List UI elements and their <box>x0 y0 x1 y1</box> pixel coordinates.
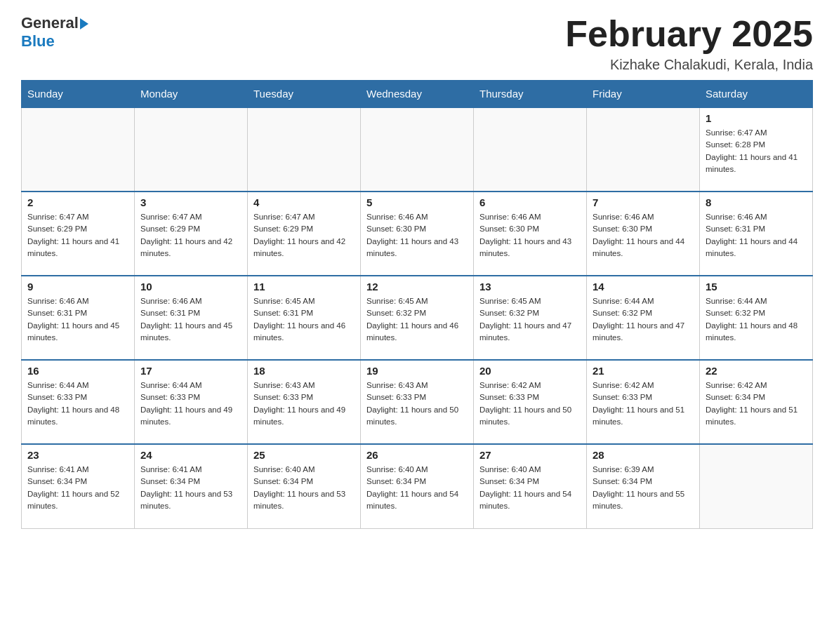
day-info: Sunrise: 6:44 AMSunset: 6:33 PMDaylight:… <box>140 380 241 428</box>
calendar-cell: 11Sunrise: 6:45 AMSunset: 6:31 PMDayligh… <box>248 276 361 360</box>
day-info: Sunrise: 6:46 AMSunset: 6:31 PMDaylight:… <box>706 211 807 260</box>
day-number: 9 <box>27 281 128 293</box>
calendar-table: SundayMondayTuesdayWednesdayThursdayFrid… <box>21 80 813 529</box>
calendar-cell: 9Sunrise: 6:46 AMSunset: 6:31 PMDaylight… <box>22 276 135 360</box>
weekday-header-row: SundayMondayTuesdayWednesdayThursdayFrid… <box>22 81 813 108</box>
day-number: 15 <box>706 281 807 293</box>
day-info: Sunrise: 6:46 AMSunset: 6:30 PMDaylight:… <box>593 211 694 260</box>
calendar-cell: 27Sunrise: 6:40 AMSunset: 6:34 PMDayligh… <box>474 444 587 528</box>
day-info: Sunrise: 6:43 AMSunset: 6:33 PMDaylight:… <box>253 380 355 428</box>
day-number: 26 <box>366 449 468 461</box>
day-info: Sunrise: 6:41 AMSunset: 6:34 PMDaylight:… <box>140 464 241 512</box>
calendar-cell: 17Sunrise: 6:44 AMSunset: 6:33 PMDayligh… <box>135 360 248 444</box>
day-info: Sunrise: 6:47 AMSunset: 6:29 PMDaylight:… <box>27 211 128 260</box>
day-number: 20 <box>479 365 581 377</box>
calendar-cell: 16Sunrise: 6:44 AMSunset: 6:33 PMDayligh… <box>22 360 135 444</box>
calendar-cell <box>474 107 587 192</box>
day-info: Sunrise: 6:43 AMSunset: 6:33 PMDaylight:… <box>366 380 468 428</box>
calendar-week-row: 9Sunrise: 6:46 AMSunset: 6:31 PMDaylight… <box>22 276 813 360</box>
calendar-cell: 13Sunrise: 6:45 AMSunset: 6:32 PMDayligh… <box>474 276 587 360</box>
day-number: 24 <box>140 449 241 461</box>
calendar-cell: 14Sunrise: 6:44 AMSunset: 6:32 PMDayligh… <box>587 276 700 360</box>
day-number: 5 <box>366 196 468 208</box>
logo-blue-text: Blue <box>21 32 55 50</box>
weekday-header-wednesday: Wednesday <box>361 81 474 108</box>
day-info: Sunrise: 6:46 AMSunset: 6:31 PMDaylight:… <box>140 295 241 344</box>
calendar-cell: 7Sunrise: 6:46 AMSunset: 6:30 PMDaylight… <box>587 192 700 276</box>
calendar-cell: 15Sunrise: 6:44 AMSunset: 6:32 PMDayligh… <box>700 276 813 360</box>
calendar-cell: 25Sunrise: 6:40 AMSunset: 6:34 PMDayligh… <box>248 444 361 528</box>
calendar-week-row: 1Sunrise: 6:47 AMSunset: 6:28 PMDaylight… <box>22 107 813 192</box>
day-number: 8 <box>706 196 807 208</box>
day-info: Sunrise: 6:42 AMSunset: 6:33 PMDaylight:… <box>479 380 581 428</box>
calendar-cell: 8Sunrise: 6:46 AMSunset: 6:31 PMDaylight… <box>700 192 813 276</box>
day-info: Sunrise: 6:46 AMSunset: 6:30 PMDaylight:… <box>366 211 468 260</box>
calendar-week-row: 2Sunrise: 6:47 AMSunset: 6:29 PMDaylight… <box>22 192 813 276</box>
day-info: Sunrise: 6:46 AMSunset: 6:31 PMDaylight:… <box>27 295 128 344</box>
calendar-cell: 20Sunrise: 6:42 AMSunset: 6:33 PMDayligh… <box>474 360 587 444</box>
calendar-cell: 24Sunrise: 6:41 AMSunset: 6:34 PMDayligh… <box>135 444 248 528</box>
day-info: Sunrise: 6:45 AMSunset: 6:31 PMDaylight:… <box>253 295 355 344</box>
logo: General Blue <box>21 14 88 51</box>
calendar-cell: 3Sunrise: 6:47 AMSunset: 6:29 PMDaylight… <box>135 192 248 276</box>
calendar-cell: 19Sunrise: 6:43 AMSunset: 6:33 PMDayligh… <box>361 360 474 444</box>
day-info: Sunrise: 6:44 AMSunset: 6:33 PMDaylight:… <box>27 380 128 428</box>
day-number: 16 <box>27 365 128 377</box>
day-info: Sunrise: 6:42 AMSunset: 6:34 PMDaylight:… <box>706 380 807 428</box>
day-number: 14 <box>593 281 694 293</box>
day-number: 25 <box>253 449 355 461</box>
title-block: February 2025 Kizhake Chalakudi, Kerala,… <box>565 14 813 73</box>
month-title: February 2025 <box>565 14 813 54</box>
calendar-cell: 23Sunrise: 6:41 AMSunset: 6:34 PMDayligh… <box>22 444 135 528</box>
location-text: Kizhake Chalakudi, Kerala, India <box>565 57 813 73</box>
day-number: 2 <box>27 196 128 208</box>
weekday-header-friday: Friday <box>587 81 700 108</box>
day-number: 17 <box>140 365 241 377</box>
calendar-cell: 12Sunrise: 6:45 AMSunset: 6:32 PMDayligh… <box>361 276 474 360</box>
day-info: Sunrise: 6:39 AMSunset: 6:34 PMDaylight:… <box>593 464 694 512</box>
day-number: 18 <box>253 365 355 377</box>
calendar-cell: 22Sunrise: 6:42 AMSunset: 6:34 PMDayligh… <box>700 360 813 444</box>
day-number: 3 <box>140 196 241 208</box>
calendar-cell: 26Sunrise: 6:40 AMSunset: 6:34 PMDayligh… <box>361 444 474 528</box>
logo-arrow-icon <box>80 18 88 29</box>
calendar-week-row: 16Sunrise: 6:44 AMSunset: 6:33 PMDayligh… <box>22 360 813 444</box>
day-info: Sunrise: 6:42 AMSunset: 6:33 PMDaylight:… <box>593 380 694 428</box>
weekday-header-monday: Monday <box>135 81 248 108</box>
page-header: General Blue February 2025 Kizhake Chala… <box>21 14 813 73</box>
day-number: 12 <box>366 281 468 293</box>
day-info: Sunrise: 6:45 AMSunset: 6:32 PMDaylight:… <box>366 295 468 344</box>
day-number: 10 <box>140 281 241 293</box>
day-info: Sunrise: 6:44 AMSunset: 6:32 PMDaylight:… <box>706 295 807 344</box>
day-number: 19 <box>366 365 468 377</box>
day-number: 27 <box>479 449 581 461</box>
day-info: Sunrise: 6:45 AMSunset: 6:32 PMDaylight:… <box>479 295 581 344</box>
calendar-cell: 5Sunrise: 6:46 AMSunset: 6:30 PMDaylight… <box>361 192 474 276</box>
calendar-cell <box>135 107 248 192</box>
day-number: 23 <box>27 449 128 461</box>
day-number: 11 <box>253 281 355 293</box>
day-info: Sunrise: 6:46 AMSunset: 6:30 PMDaylight:… <box>479 211 581 260</box>
day-info: Sunrise: 6:47 AMSunset: 6:28 PMDaylight:… <box>706 127 807 175</box>
weekday-header-tuesday: Tuesday <box>248 81 361 108</box>
day-info: Sunrise: 6:40 AMSunset: 6:34 PMDaylight:… <box>479 464 581 512</box>
calendar-cell: 6Sunrise: 6:46 AMSunset: 6:30 PMDaylight… <box>474 192 587 276</box>
calendar-week-row: 23Sunrise: 6:41 AMSunset: 6:34 PMDayligh… <box>22 444 813 528</box>
weekday-header-thursday: Thursday <box>474 81 587 108</box>
day-number: 13 <box>479 281 581 293</box>
day-info: Sunrise: 6:40 AMSunset: 6:34 PMDaylight:… <box>253 464 355 512</box>
calendar-cell: 21Sunrise: 6:42 AMSunset: 6:33 PMDayligh… <box>587 360 700 444</box>
calendar-cell: 28Sunrise: 6:39 AMSunset: 6:34 PMDayligh… <box>587 444 700 528</box>
day-number: 22 <box>706 365 807 377</box>
calendar-cell <box>587 107 700 192</box>
calendar-cell <box>22 107 135 192</box>
calendar-cell <box>700 444 813 528</box>
calendar-cell: 2Sunrise: 6:47 AMSunset: 6:29 PMDaylight… <box>22 192 135 276</box>
calendar-cell: 1Sunrise: 6:47 AMSunset: 6:28 PMDaylight… <box>700 107 813 192</box>
day-info: Sunrise: 6:44 AMSunset: 6:32 PMDaylight:… <box>593 295 694 344</box>
day-info: Sunrise: 6:40 AMSunset: 6:34 PMDaylight:… <box>366 464 468 512</box>
weekday-header-sunday: Sunday <box>22 81 135 108</box>
day-info: Sunrise: 6:41 AMSunset: 6:34 PMDaylight:… <box>27 464 128 512</box>
calendar-cell: 10Sunrise: 6:46 AMSunset: 6:31 PMDayligh… <box>135 276 248 360</box>
day-info: Sunrise: 6:47 AMSunset: 6:29 PMDaylight:… <box>253 211 355 260</box>
